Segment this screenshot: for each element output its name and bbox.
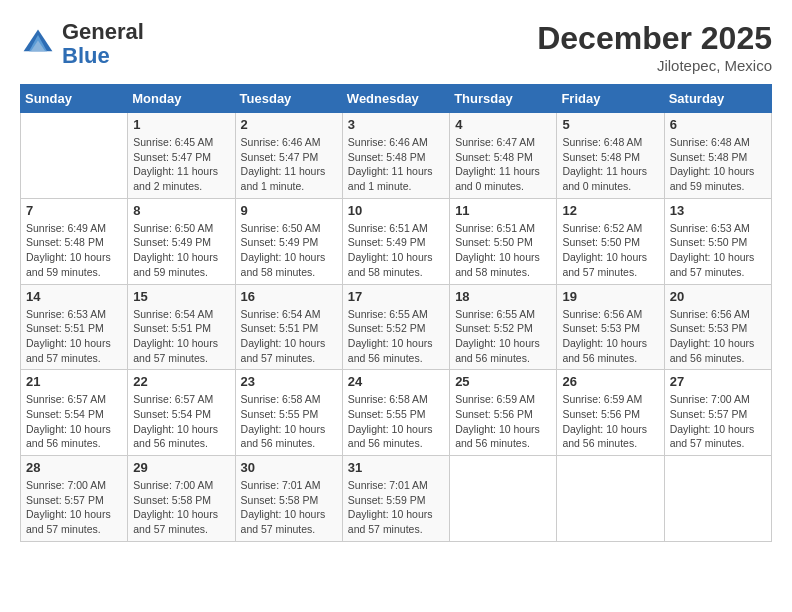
weekday-header-row: SundayMondayTuesdayWednesdayThursdayFrid… xyxy=(21,85,772,113)
day-info: Sunrise: 6:58 AMSunset: 5:55 PMDaylight:… xyxy=(241,392,337,451)
day-info: Sunrise: 6:59 AMSunset: 5:56 PMDaylight:… xyxy=(562,392,658,451)
day-number: 10 xyxy=(348,203,444,218)
weekday-header-cell: Wednesday xyxy=(342,85,449,113)
day-number: 24 xyxy=(348,374,444,389)
day-info: Sunrise: 6:48 AMSunset: 5:48 PMDaylight:… xyxy=(562,135,658,194)
day-info: Sunrise: 6:56 AMSunset: 5:53 PMDaylight:… xyxy=(670,307,766,366)
day-number: 11 xyxy=(455,203,551,218)
calendar-day-cell: 27Sunrise: 7:00 AMSunset: 5:57 PMDayligh… xyxy=(664,370,771,456)
title-block: December 2025 Jilotepec, Mexico xyxy=(537,20,772,74)
calendar-day-cell: 23Sunrise: 6:58 AMSunset: 5:55 PMDayligh… xyxy=(235,370,342,456)
day-info: Sunrise: 6:50 AMSunset: 5:49 PMDaylight:… xyxy=(241,221,337,280)
calendar-day-cell: 20Sunrise: 6:56 AMSunset: 5:53 PMDayligh… xyxy=(664,284,771,370)
day-number: 21 xyxy=(26,374,122,389)
day-info: Sunrise: 6:50 AMSunset: 5:49 PMDaylight:… xyxy=(133,221,229,280)
day-info: Sunrise: 6:58 AMSunset: 5:55 PMDaylight:… xyxy=(348,392,444,451)
calendar-day-cell: 5Sunrise: 6:48 AMSunset: 5:48 PMDaylight… xyxy=(557,113,664,199)
calendar-day-cell: 12Sunrise: 6:52 AMSunset: 5:50 PMDayligh… xyxy=(557,198,664,284)
page-header: General Blue December 2025 Jilotepec, Me… xyxy=(20,20,772,74)
day-info: Sunrise: 6:56 AMSunset: 5:53 PMDaylight:… xyxy=(562,307,658,366)
day-number: 26 xyxy=(562,374,658,389)
calendar-day-cell: 17Sunrise: 6:55 AMSunset: 5:52 PMDayligh… xyxy=(342,284,449,370)
calendar-day-cell: 15Sunrise: 6:54 AMSunset: 5:51 PMDayligh… xyxy=(128,284,235,370)
calendar-day-cell: 25Sunrise: 6:59 AMSunset: 5:56 PMDayligh… xyxy=(450,370,557,456)
day-number: 1 xyxy=(133,117,229,132)
calendar-day-cell: 7Sunrise: 6:49 AMSunset: 5:48 PMDaylight… xyxy=(21,198,128,284)
calendar-day-cell: 28Sunrise: 7:00 AMSunset: 5:57 PMDayligh… xyxy=(21,456,128,542)
day-number: 27 xyxy=(670,374,766,389)
calendar-week-row: 28Sunrise: 7:00 AMSunset: 5:57 PMDayligh… xyxy=(21,456,772,542)
weekday-header-cell: Friday xyxy=(557,85,664,113)
day-number: 13 xyxy=(670,203,766,218)
weekday-header-cell: Monday xyxy=(128,85,235,113)
logo: General Blue xyxy=(20,20,144,68)
day-number: 31 xyxy=(348,460,444,475)
day-number: 16 xyxy=(241,289,337,304)
day-number: 6 xyxy=(670,117,766,132)
calendar-day-cell: 4Sunrise: 6:47 AMSunset: 5:48 PMDaylight… xyxy=(450,113,557,199)
weekday-header-cell: Saturday xyxy=(664,85,771,113)
calendar-day-cell: 24Sunrise: 6:58 AMSunset: 5:55 PMDayligh… xyxy=(342,370,449,456)
calendar-day-cell: 30Sunrise: 7:01 AMSunset: 5:58 PMDayligh… xyxy=(235,456,342,542)
day-number: 7 xyxy=(26,203,122,218)
location: Jilotepec, Mexico xyxy=(537,57,772,74)
calendar-day-cell: 10Sunrise: 6:51 AMSunset: 5:49 PMDayligh… xyxy=(342,198,449,284)
calendar-day-cell: 11Sunrise: 6:51 AMSunset: 5:50 PMDayligh… xyxy=(450,198,557,284)
day-info: Sunrise: 6:45 AMSunset: 5:47 PMDaylight:… xyxy=(133,135,229,194)
calendar-day-cell: 31Sunrise: 7:01 AMSunset: 5:59 PMDayligh… xyxy=(342,456,449,542)
day-number: 30 xyxy=(241,460,337,475)
day-number: 9 xyxy=(241,203,337,218)
day-number: 25 xyxy=(455,374,551,389)
day-info: Sunrise: 7:00 AMSunset: 5:57 PMDaylight:… xyxy=(670,392,766,451)
day-number: 20 xyxy=(670,289,766,304)
day-info: Sunrise: 6:46 AMSunset: 5:48 PMDaylight:… xyxy=(348,135,444,194)
calendar-week-row: 1Sunrise: 6:45 AMSunset: 5:47 PMDaylight… xyxy=(21,113,772,199)
day-info: Sunrise: 6:51 AMSunset: 5:50 PMDaylight:… xyxy=(455,221,551,280)
calendar-day-cell: 16Sunrise: 6:54 AMSunset: 5:51 PMDayligh… xyxy=(235,284,342,370)
weekday-header-cell: Tuesday xyxy=(235,85,342,113)
day-number: 4 xyxy=(455,117,551,132)
day-info: Sunrise: 6:47 AMSunset: 5:48 PMDaylight:… xyxy=(455,135,551,194)
calendar-day-cell: 3Sunrise: 6:46 AMSunset: 5:48 PMDaylight… xyxy=(342,113,449,199)
day-info: Sunrise: 6:52 AMSunset: 5:50 PMDaylight:… xyxy=(562,221,658,280)
calendar-day-cell: 19Sunrise: 6:56 AMSunset: 5:53 PMDayligh… xyxy=(557,284,664,370)
day-info: Sunrise: 6:49 AMSunset: 5:48 PMDaylight:… xyxy=(26,221,122,280)
day-info: Sunrise: 6:53 AMSunset: 5:50 PMDaylight:… xyxy=(670,221,766,280)
day-info: Sunrise: 6:55 AMSunset: 5:52 PMDaylight:… xyxy=(455,307,551,366)
calendar-day-cell: 21Sunrise: 6:57 AMSunset: 5:54 PMDayligh… xyxy=(21,370,128,456)
calendar-day-cell xyxy=(664,456,771,542)
calendar-day-cell: 8Sunrise: 6:50 AMSunset: 5:49 PMDaylight… xyxy=(128,198,235,284)
day-info: Sunrise: 7:00 AMSunset: 5:57 PMDaylight:… xyxy=(26,478,122,537)
calendar-day-cell: 13Sunrise: 6:53 AMSunset: 5:50 PMDayligh… xyxy=(664,198,771,284)
day-info: Sunrise: 6:55 AMSunset: 5:52 PMDaylight:… xyxy=(348,307,444,366)
day-number: 5 xyxy=(562,117,658,132)
day-number: 23 xyxy=(241,374,337,389)
calendar-day-cell xyxy=(450,456,557,542)
calendar-day-cell: 29Sunrise: 7:00 AMSunset: 5:58 PMDayligh… xyxy=(128,456,235,542)
day-number: 2 xyxy=(241,117,337,132)
day-info: Sunrise: 7:01 AMSunset: 5:58 PMDaylight:… xyxy=(241,478,337,537)
day-info: Sunrise: 6:53 AMSunset: 5:51 PMDaylight:… xyxy=(26,307,122,366)
calendar-day-cell xyxy=(557,456,664,542)
day-number: 28 xyxy=(26,460,122,475)
day-number: 15 xyxy=(133,289,229,304)
weekday-header-cell: Thursday xyxy=(450,85,557,113)
day-number: 29 xyxy=(133,460,229,475)
day-info: Sunrise: 6:54 AMSunset: 5:51 PMDaylight:… xyxy=(133,307,229,366)
day-number: 3 xyxy=(348,117,444,132)
calendar-day-cell xyxy=(21,113,128,199)
calendar-day-cell: 18Sunrise: 6:55 AMSunset: 5:52 PMDayligh… xyxy=(450,284,557,370)
calendar-week-row: 21Sunrise: 6:57 AMSunset: 5:54 PMDayligh… xyxy=(21,370,772,456)
day-info: Sunrise: 7:01 AMSunset: 5:59 PMDaylight:… xyxy=(348,478,444,537)
calendar-table: SundayMondayTuesdayWednesdayThursdayFrid… xyxy=(20,84,772,542)
day-info: Sunrise: 6:54 AMSunset: 5:51 PMDaylight:… xyxy=(241,307,337,366)
day-info: Sunrise: 6:59 AMSunset: 5:56 PMDaylight:… xyxy=(455,392,551,451)
calendar-day-cell: 2Sunrise: 6:46 AMSunset: 5:47 PMDaylight… xyxy=(235,113,342,199)
day-number: 8 xyxy=(133,203,229,218)
day-info: Sunrise: 6:57 AMSunset: 5:54 PMDaylight:… xyxy=(133,392,229,451)
logo-text: General Blue xyxy=(62,20,144,68)
day-number: 14 xyxy=(26,289,122,304)
calendar-week-row: 14Sunrise: 6:53 AMSunset: 5:51 PMDayligh… xyxy=(21,284,772,370)
day-number: 18 xyxy=(455,289,551,304)
day-info: Sunrise: 6:57 AMSunset: 5:54 PMDaylight:… xyxy=(26,392,122,451)
